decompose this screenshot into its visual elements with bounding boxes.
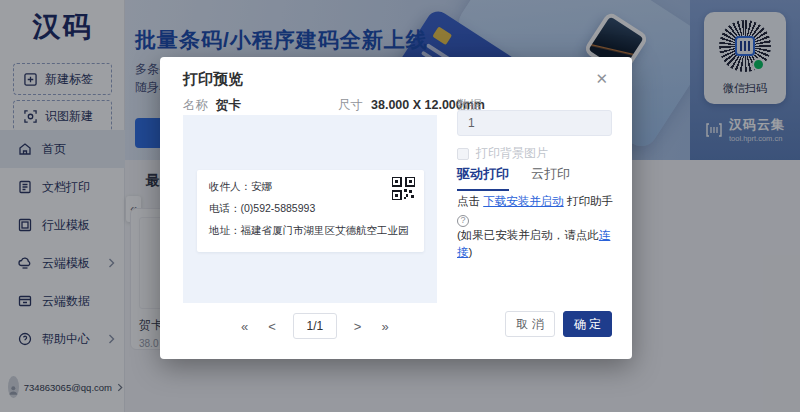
label-preview-card: 收件人：安娜 电话：(0)592-5885993 地址：福建省厦门市湖里区艾德航…	[197, 170, 424, 252]
checkbox-label: 打印背景图片	[476, 145, 548, 162]
first-page-button[interactable]: «	[238, 317, 251, 336]
last-page-button[interactable]: »	[378, 317, 391, 336]
page-indicator: 1/1	[293, 313, 337, 339]
phone-line: 电话：(0)592-5885993	[209, 202, 315, 216]
download-install-link[interactable]: 下载安装并启动	[483, 195, 564, 207]
qr-code-icon	[392, 177, 415, 200]
dialog-title: 打印预览	[183, 70, 243, 89]
confirm-button[interactable]: 确 定	[563, 311, 612, 337]
tab-driver-print[interactable]: 驱动打印	[457, 165, 509, 191]
app-window: 汉码 新建标签 识图新建 首页 文档打印 行业模板	[0, 0, 800, 412]
name-label: 名称	[183, 97, 208, 114]
size-label: 尺寸	[338, 97, 363, 114]
tab-cloud-print[interactable]: 云打印	[531, 165, 570, 191]
print-mode-tabs: 驱动打印 云打印	[457, 165, 570, 191]
checkbox-icon	[457, 148, 469, 160]
dialog-actions: 取 消 确 定	[505, 311, 612, 337]
helper-text: 点击 下载安装并启动 打印助手 ? (如果已安装并启动，请点此连接)	[457, 193, 622, 261]
print-preview-dialog: 打印预览 ✕ 名称 贺卡 尺寸 38.000 X 12.000mm 数据 收件人…	[160, 57, 632, 359]
label-name-field: 名称 贺卡	[183, 97, 241, 114]
next-page-button[interactable]: >	[351, 317, 365, 336]
preview-area: 收件人：安娜 电话：(0)592-5885993 地址：福建省厦门市湖里区艾德航…	[183, 115, 437, 303]
prev-page-button[interactable]: <	[265, 317, 279, 336]
name-value: 贺卡	[216, 97, 241, 114]
cancel-button[interactable]: 取 消	[505, 311, 554, 337]
recipient-line: 收件人：安娜	[209, 180, 272, 194]
address-line: 地址：福建省厦门市湖里区艾德航空工业园	[209, 224, 409, 238]
question-circle-icon[interactable]: ?	[457, 215, 469, 227]
pagination: « < 1/1 > »	[238, 313, 392, 339]
copies-input[interactable]	[457, 110, 612, 136]
print-background-checkbox[interactable]: 打印背景图片	[457, 145, 548, 162]
close-icon[interactable]: ✕	[591, 67, 612, 90]
